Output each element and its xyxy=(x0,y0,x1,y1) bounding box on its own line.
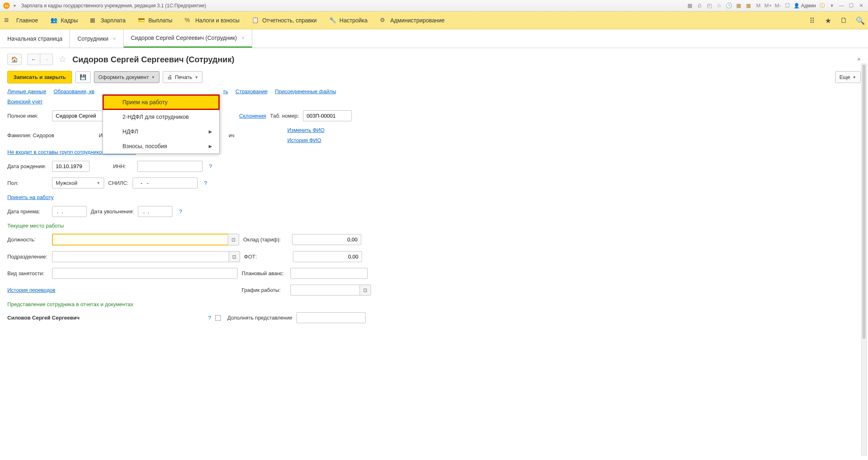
toolbar: Записать и закрыть 💾 Оформить документ ▼… xyxy=(0,69,868,88)
tb-history-icon[interactable]: 🕓 xyxy=(725,2,733,9)
dd-ndfl[interactable]: НДФЛ▶ xyxy=(103,124,219,139)
link-insurance[interactable]: Страхование xyxy=(236,88,268,94)
menu-salary[interactable]: ▦Зарплата xyxy=(90,17,125,24)
advance-label: Плановый аванс: xyxy=(242,270,286,276)
menu-main[interactable]: Главное xyxy=(16,17,38,24)
link-attached-files[interactable]: Присоединенные файлы xyxy=(275,88,336,94)
more-button[interactable]: Еще ▼ xyxy=(835,71,861,83)
hire-date-input[interactable] xyxy=(52,206,87,217)
dismiss-help-icon[interactable]: ? xyxy=(179,208,182,215)
tab-close-icon[interactable]: × xyxy=(242,35,244,40)
inn-input[interactable] xyxy=(137,161,203,172)
link-military[interactable]: Воинский учет xyxy=(7,99,43,105)
apps-icon[interactable]: ⠿ xyxy=(809,16,818,24)
maximize-icon[interactable]: ☐ xyxy=(848,2,855,9)
dismiss-date-input[interactable] xyxy=(138,206,172,217)
chevron-right-icon: ▶ xyxy=(209,144,212,149)
back-button[interactable]: ← xyxy=(27,54,40,65)
tb-m-icon[interactable]: M xyxy=(755,2,762,9)
tb-mplus-icon[interactable]: M+ xyxy=(764,2,772,9)
app-icon: 1c xyxy=(3,2,10,9)
window-title: Зарплата и кадры государственного учрежд… xyxy=(21,3,686,9)
tb-mminus-icon[interactable]: M- xyxy=(774,2,781,9)
transfers-link[interactable]: История переводов xyxy=(7,287,238,293)
close-icon[interactable]: ✕ xyxy=(857,2,865,9)
save-button[interactable]: 💾 xyxy=(75,71,91,83)
employment-type-input[interactable] xyxy=(52,268,238,279)
change-fio-link[interactable]: Изменить ФИО xyxy=(287,127,325,133)
print-button[interactable]: 🖨 Печать ▼ xyxy=(163,71,203,83)
hire-link[interactable]: Принять на работу xyxy=(7,194,54,200)
schedule-picker-button[interactable]: ⊡ xyxy=(360,285,371,296)
star-icon[interactable]: ★ xyxy=(825,16,833,24)
name-label-partial: И xyxy=(99,132,103,138)
favorite-star-icon[interactable]: ☆ xyxy=(59,54,67,65)
clipboard-icon[interactable]: 🗋 xyxy=(840,16,848,24)
vertical-scrollbar[interactable] xyxy=(861,64,867,323)
tb-favorite-icon[interactable]: ☆ xyxy=(715,2,723,9)
position-picker-button[interactable]: ⊡ xyxy=(228,234,239,245)
save-close-button[interactable]: Записать и закрыть xyxy=(7,71,72,83)
tb-calendar2-icon[interactable]: ▦ xyxy=(745,2,752,9)
tb-dd2-icon[interactable]: ▾ xyxy=(828,2,835,9)
titlebar-dropdown-icon[interactable]: ▾ xyxy=(11,2,18,9)
chevron-down-icon: ▼ xyxy=(853,75,856,79)
link-partial[interactable]: ть xyxy=(223,88,228,94)
menu-personnel[interactable]: 👥Кадры xyxy=(50,17,78,24)
home-button[interactable]: 🏠 xyxy=(7,54,22,65)
tab-number-input[interactable] xyxy=(303,110,352,121)
birth-date-label: Дата рождения: xyxy=(7,163,48,169)
minimize-icon[interactable]: — xyxy=(838,2,845,9)
department-input[interactable] xyxy=(52,251,229,262)
info-icon[interactable]: ⓘ xyxy=(818,2,826,9)
tab-employee-sidorov[interactable]: Сидоров Сергей Сергеевич (Сотрудник)× xyxy=(124,29,252,48)
salary-input[interactable] xyxy=(292,234,361,245)
dd-contributions[interactable]: Взносы, пособия▶ xyxy=(103,139,219,153)
tab-employees[interactable]: Сотрудники× xyxy=(70,29,123,48)
snils-help-icon[interactable]: ? xyxy=(204,180,207,186)
user-label[interactable]: 👤 Админ xyxy=(794,3,816,9)
tab-close-icon[interactable]: × xyxy=(113,36,116,41)
tb-icon-3[interactable]: ◰ xyxy=(706,2,713,9)
snils-input[interactable] xyxy=(133,177,198,188)
surname-label: Фамилия: Сидоров xyxy=(7,132,95,138)
gender-select[interactable]: Мужской▼ xyxy=(52,177,104,188)
schedule-input[interactable] xyxy=(290,285,360,296)
link-education[interactable]: Образование, кв xyxy=(54,88,94,94)
menu-reports[interactable]: 📋Отчетность, справки xyxy=(252,17,317,24)
supplement-input[interactable] xyxy=(297,312,366,323)
dismiss-date-label: Дата увольнения: xyxy=(91,208,134,215)
scrollbar-thumb[interactable] xyxy=(862,65,866,323)
page-header: 🏠 ← → ☆ Сидоров Сергей Сергеевич (Сотруд… xyxy=(0,48,868,69)
menu-admin[interactable]: ⚙Администрирование xyxy=(380,17,445,24)
tab-start-page[interactable]: Начальная страница xyxy=(0,29,70,48)
create-document-button[interactable]: Оформить документ ▼ xyxy=(94,71,159,83)
fot-input[interactable] xyxy=(293,251,362,262)
inn-label: ИНН: xyxy=(113,163,133,169)
menu-taxes[interactable]: %Налоги и взносы xyxy=(185,17,240,24)
department-picker-button[interactable]: ⊡ xyxy=(229,251,240,262)
menu-settings[interactable]: 🔧Настройка xyxy=(329,17,368,24)
declensions-link[interactable]: Склонения xyxy=(239,113,266,119)
tb-icon-1[interactable]: ▦ xyxy=(686,2,694,9)
tb-calendar-icon[interactable]: ▦ xyxy=(735,2,742,9)
rep-help-icon[interactable]: ? xyxy=(208,315,211,321)
hamburger-icon[interactable]: ≡ xyxy=(4,15,16,25)
full-name-input[interactable] xyxy=(52,110,105,121)
inn-help-icon[interactable]: ? xyxy=(209,163,212,169)
history-fio-link[interactable]: История ФИО xyxy=(287,137,325,143)
supplement-checkbox[interactable] xyxy=(215,315,221,321)
search-icon[interactable]: 🔍 xyxy=(856,16,864,24)
link-personal-data[interactable]: Личные данные xyxy=(7,88,46,94)
menu-payments[interactable]: 💳Выплаты xyxy=(138,17,172,24)
tb-panel-icon[interactable]: ☐ xyxy=(784,2,791,9)
birth-date-input[interactable] xyxy=(52,161,89,172)
advance-input[interactable] xyxy=(290,268,368,279)
dd-hire-employee[interactable]: Прием на работу xyxy=(103,95,219,110)
dd-2ndfl[interactable]: 2-НДФЛ для сотрудников xyxy=(103,110,219,124)
forward-button[interactable]: → xyxy=(40,54,53,65)
page-close-icon[interactable]: × xyxy=(857,56,861,63)
position-input[interactable] xyxy=(52,234,228,245)
chevron-down-icon: ▼ xyxy=(194,75,198,79)
tb-icon-2[interactable]: ⎙ xyxy=(696,2,703,9)
